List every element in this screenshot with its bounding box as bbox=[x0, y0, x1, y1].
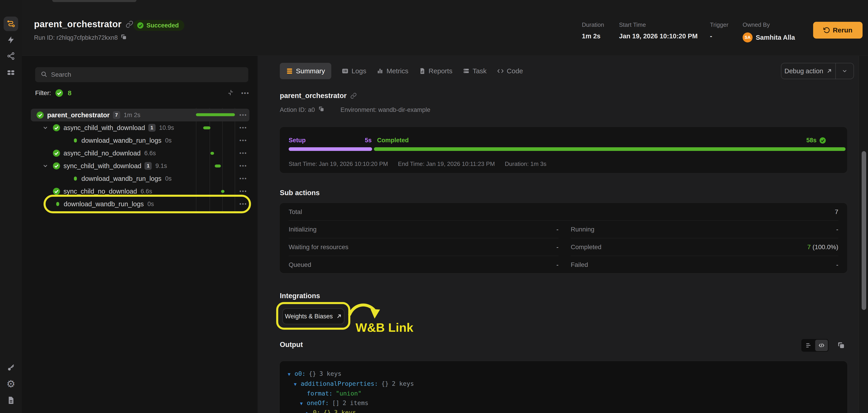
tree-row-download-wandb-run-logs[interactable]: download_wandb_run_logs 0s ••• bbox=[31, 173, 249, 184]
expand-triangle-icon[interactable]: ▼ bbox=[288, 372, 294, 377]
copy-icon[interactable] bbox=[838, 342, 845, 349]
json-line: format:"union" bbox=[300, 390, 362, 397]
expand-triangle-icon[interactable]: ▼ bbox=[300, 401, 307, 406]
setup-phase-duration: 5s bbox=[289, 137, 372, 144]
tab-summary[interactable]: Summary bbox=[280, 63, 331, 79]
completed-phase-duration: 58s bbox=[806, 137, 826, 144]
detail-tabs: Summary Logs Metrics Reports Task bbox=[280, 63, 523, 79]
filter-status-check-icon[interactable] bbox=[55, 89, 63, 97]
success-check-icon bbox=[53, 124, 60, 131]
tree-row-badge: 1 bbox=[148, 124, 156, 131]
task-icon bbox=[463, 68, 470, 75]
rail-runs-item[interactable] bbox=[4, 17, 18, 31]
json-line[interactable]: ▼o0:{}3 keys bbox=[288, 370, 341, 377]
row-menu-button[interactable]: ••• bbox=[240, 125, 249, 131]
arrow-up-right-icon bbox=[336, 314, 342, 319]
row-menu-button[interactable]: ••• bbox=[240, 150, 249, 156]
search-box[interactable] bbox=[35, 67, 248, 82]
json-line[interactable]: ▼additionalProperties:{}2 keys bbox=[294, 380, 414, 387]
tree-row-timeline-bar bbox=[203, 126, 210, 129]
row-menu-button[interactable]: ••• bbox=[240, 112, 249, 118]
chevron-down-icon[interactable] bbox=[42, 163, 49, 169]
run-title: parent_orchestrator bbox=[34, 19, 122, 29]
link-icon[interactable] bbox=[126, 21, 133, 28]
rail-keys-item[interactable] bbox=[4, 360, 18, 375]
success-dot-icon bbox=[56, 202, 59, 206]
tree-row-timeline-bar bbox=[210, 152, 214, 155]
debug-action-button[interactable]: Debug action bbox=[781, 63, 854, 79]
row-menu-button[interactable]: ••• bbox=[240, 201, 249, 207]
success-dot-icon bbox=[74, 177, 77, 181]
rerun-button[interactable]: Rerun bbox=[813, 22, 863, 38]
rail-apps-item[interactable] bbox=[4, 65, 18, 80]
tree-row-parent-orchestrator[interactable]: parent_orchestrator 7 1m 2s ••• bbox=[31, 109, 249, 121]
chevron-down-icon[interactable] bbox=[836, 68, 854, 74]
table-row: Waiting for resources - Completed 7 (100… bbox=[280, 238, 847, 256]
rail-settings-item[interactable]: ⚙ bbox=[4, 377, 18, 391]
tree-menu-icon[interactable]: ••• bbox=[241, 90, 249, 97]
collapsed-triangle-icon[interactable]: ▶ bbox=[306, 410, 313, 413]
setup-phase-bar[interactable] bbox=[289, 147, 372, 151]
tree-row-label: async_child_no_download bbox=[63, 150, 141, 157]
list-view-button[interactable] bbox=[802, 340, 815, 351]
meta-owned-by: Owned By SA Samhita Alla bbox=[743, 21, 795, 42]
tree-row-async-child-no-download[interactable]: async_child_no_download 6.6s ••• bbox=[31, 147, 249, 159]
tab-metrics[interactable]: Metrics bbox=[377, 67, 408, 75]
link-icon[interactable] bbox=[350, 93, 357, 99]
json-line[interactable]: ▶0:{}3 keys bbox=[306, 409, 356, 413]
scrollbar-thumb[interactable] bbox=[862, 151, 866, 310]
tree-row-sync-child-with-download[interactable]: sync_child_with_download 1 9.1s ••• bbox=[31, 160, 249, 172]
metrics-icon bbox=[377, 68, 383, 75]
tree-row-sync-child-no-download[interactable]: sync_child_no_download 6.6s ••• bbox=[31, 185, 249, 197]
weights-and-biases-link-button[interactable]: Weights & Biases bbox=[282, 308, 344, 324]
json-line[interactable]: ▼oneOf:[]2 items bbox=[300, 400, 369, 406]
phase-timeline-card: Setup 5s Completed 58s Start Time: Jan 1… bbox=[279, 127, 847, 173]
status-text: Succeeded bbox=[147, 22, 179, 29]
tree-row-badge: 7 bbox=[113, 111, 120, 119]
table-row: Queued - Failed - bbox=[280, 256, 847, 273]
tree-row-duration: 10.9s bbox=[159, 124, 174, 131]
summary-icon bbox=[286, 68, 293, 75]
tab-logs[interactable]: Logs bbox=[342, 67, 366, 75]
success-check-icon bbox=[36, 111, 44, 119]
search-input[interactable] bbox=[51, 71, 243, 78]
table-row: Total 7 bbox=[280, 203, 847, 220]
tab-task[interactable]: Task bbox=[463, 67, 487, 75]
tree-row-duration: 0s bbox=[165, 137, 172, 144]
row-menu-button[interactable]: ••• bbox=[240, 163, 249, 169]
tab-reports[interactable]: Reports bbox=[419, 67, 453, 75]
success-dot-icon bbox=[74, 139, 77, 143]
sub-actions-card: Total 7 Initializing - Running - Waiting… bbox=[279, 203, 847, 273]
completed-count: 7 (100.0%) bbox=[807, 243, 838, 251]
tree-row-timeline-bar bbox=[196, 113, 235, 116]
tree-row-download-wandb-run-logs[interactable]: download_wandb_run_logs 0s ••• bbox=[31, 198, 249, 210]
expand-triangle-icon[interactable]: ▼ bbox=[294, 381, 301, 387]
scrollbar-track[interactable] bbox=[859, 56, 868, 413]
rail-graph-item[interactable] bbox=[4, 49, 18, 63]
action-id: Action ID: a0 bbox=[280, 107, 315, 114]
row-menu-button[interactable]: ••• bbox=[240, 137, 249, 144]
tree-row-label: download_wandb_run_logs bbox=[82, 175, 161, 182]
code-view-button[interactable] bbox=[815, 340, 828, 351]
completed-phase-bar[interactable] bbox=[374, 147, 845, 151]
logs-icon bbox=[342, 68, 348, 75]
filter-count: 8 bbox=[68, 89, 71, 97]
rail-triggers-item[interactable] bbox=[4, 33, 18, 47]
row-menu-button[interactable]: ••• bbox=[240, 175, 249, 182]
collapse-all-icon[interactable] bbox=[227, 89, 235, 97]
tree-row-label: async_child_with_download bbox=[63, 124, 145, 131]
success-check-icon bbox=[53, 187, 60, 195]
tab-code[interactable]: Code bbox=[497, 67, 523, 75]
run-tree-panel: Filter: 8 ••• parent_orchestrator 7 1m 2… bbox=[22, 56, 257, 413]
row-menu-button[interactable]: ••• bbox=[240, 188, 249, 195]
run-header: parent_orchestrator Succeeded Run ID: r2… bbox=[22, 0, 868, 56]
tree-row-download-wandb-run-logs[interactable]: download_wandb_run_logs 0s ••• bbox=[31, 135, 249, 146]
copy-icon[interactable] bbox=[121, 34, 127, 41]
search-icon bbox=[40, 71, 48, 79]
copy-icon[interactable] bbox=[318, 106, 324, 114]
action-meta: Action ID: a0 Environment: wandb-dir-exa… bbox=[280, 106, 430, 114]
arrow-up-right-icon bbox=[826, 68, 832, 74]
tree-row-async-child-with-download[interactable]: async_child_with_download 1 10.9s ••• bbox=[31, 122, 249, 134]
chevron-down-icon[interactable] bbox=[42, 125, 49, 131]
rail-docs-item[interactable] bbox=[4, 393, 18, 408]
